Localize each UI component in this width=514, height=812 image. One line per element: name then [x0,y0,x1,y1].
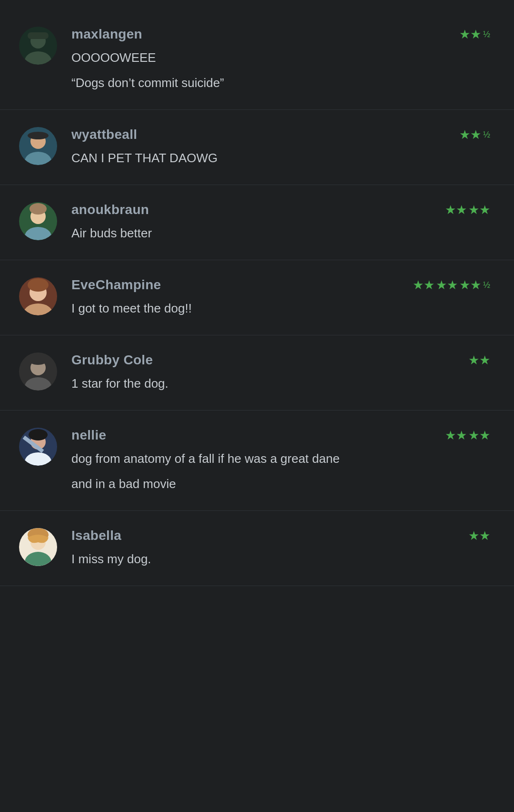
reviewer-name: EveChampine [71,277,161,293]
avatar [19,202,57,242]
star-full-icon: ★ [436,278,458,293]
svg-rect-4 [28,32,49,39]
review-header: nellie★★ [71,428,490,443]
star-rating: ★½ [459,27,490,42]
reviewer-name: wyattbeall [71,127,137,142]
svg-point-19 [28,278,49,292]
review-text: 1 star for the dog. [71,374,490,393]
review-text: CAN I PET THAT DAOWG [71,149,490,167]
review-item: maxlangen★½OOOOOWEEE“Dogs don’t commit s… [0,10,514,110]
star-rating: ★½ [459,127,490,142]
review-item: EveChampine★★★½I got to meet the dog!! [0,260,514,335]
review-header: Grubby Cole★ [71,352,490,368]
avatar [19,277,57,317]
avatar [19,428,57,468]
star-full-icon: ★ [468,353,490,368]
review-content: maxlangen★½OOOOOWEEE“Dogs don’t commit s… [71,27,490,92]
review-content: Isabella★I miss my dog. [71,528,490,568]
review-item: nellie★★dog from anatomy of a fall if he… [0,411,514,511]
review-header: anoukbraun★★ [71,202,490,217]
star-full-icon: ★ [468,428,490,443]
reviewer-name: nellie [71,428,106,443]
star-rating: ★ [468,353,490,368]
svg-point-14 [30,203,47,215]
star-full-icon: ★ [468,203,490,217]
reviewer-name: maxlangen [71,27,142,42]
review-list: maxlangen★½OOOOOWEEE“Dogs don’t commit s… [0,10,514,586]
svg-point-24 [29,355,48,365]
review-text: OOOOOWEEE [71,49,490,67]
star-rating: ★ [468,528,490,543]
review-text: “Dogs don’t commit suicide” [71,74,490,92]
review-text: and in a bad movie [71,475,490,493]
review-item: anoukbraun★★Air buds better [0,185,514,260]
avatar [19,27,57,67]
star-full-icon: ★ [459,127,481,142]
reviewer-name: Grubby Cole [71,352,153,368]
review-item: Grubby Cole★1 star for the dog. [0,335,514,411]
star-rating: ★★★½ [413,278,490,293]
star-full-icon: ★ [468,528,490,543]
star-full-icon: ★ [445,203,467,217]
star-full-icon: ★ [445,428,467,443]
review-text: I miss my dog. [71,550,490,568]
review-item: Isabella★I miss my dog. [0,511,514,586]
reviewer-name: Isabella [71,528,121,543]
star-half-icon: ½ [483,29,490,39]
review-text: dog from anatomy of a fall if he was a g… [71,450,490,468]
star-full-icon: ★ [459,27,481,42]
review-header: EveChampine★★★½ [71,277,490,293]
svg-point-30 [29,429,48,440]
review-header: wyattbeall★½ [71,127,490,142]
review-content: nellie★★dog from anatomy of a fall if he… [71,428,490,493]
review-header: maxlangen★½ [71,27,490,42]
review-content: EveChampine★★★½I got to meet the dog!! [71,277,490,318]
star-full-icon: ★ [459,278,481,293]
svg-point-9 [28,132,49,139]
avatar [19,528,57,568]
star-rating: ★★ [445,428,490,443]
star-rating: ★★ [445,203,490,217]
star-half-icon: ½ [483,130,490,140]
star-half-icon: ½ [483,280,490,290]
review-text: I got to meet the dog!! [71,299,490,318]
reviewer-name: anoukbraun [71,202,149,217]
review-header: Isabella★ [71,528,490,543]
review-content: Grubby Cole★1 star for the dog. [71,352,490,393]
star-full-icon: ★ [413,278,435,293]
review-content: anoukbraun★★Air buds better [71,202,490,243]
review-item: wyattbeall★½CAN I PET THAT DAOWG [0,110,514,185]
avatar [19,127,57,167]
review-content: wyattbeall★½CAN I PET THAT DAOWG [71,127,490,167]
avatar [19,352,57,392]
review-text: Air buds better [71,224,490,243]
